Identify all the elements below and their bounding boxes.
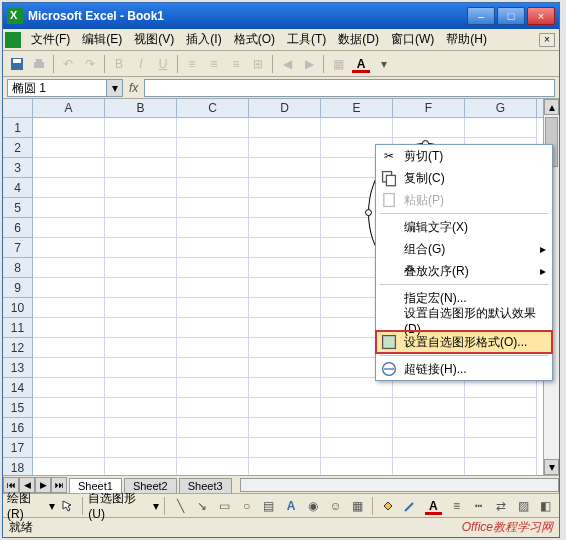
borders-icon[interactable]: ▦ bbox=[328, 54, 348, 74]
font-color-button[interactable]: A bbox=[350, 54, 372, 74]
cell[interactable] bbox=[177, 158, 249, 178]
col-header-e[interactable]: E bbox=[321, 99, 393, 117]
menu-tools[interactable]: 工具(T) bbox=[281, 29, 332, 50]
formula-bar[interactable] bbox=[144, 79, 555, 97]
cell[interactable] bbox=[249, 298, 321, 318]
textbox-icon[interactable]: ▤ bbox=[259, 496, 278, 516]
scroll-down-icon[interactable]: ▾ bbox=[544, 459, 559, 475]
cell[interactable] bbox=[105, 438, 177, 458]
cell[interactable] bbox=[465, 438, 537, 458]
cell[interactable] bbox=[249, 358, 321, 378]
cell[interactable] bbox=[393, 378, 465, 398]
cell[interactable] bbox=[321, 118, 393, 138]
menu-window[interactable]: 窗口(W) bbox=[385, 29, 440, 50]
row-header[interactable]: 9 bbox=[3, 278, 33, 298]
cm-edit-text[interactable]: 编辑文字(X) bbox=[376, 216, 552, 238]
col-header-c[interactable]: C bbox=[177, 99, 249, 117]
rectangle-icon[interactable]: ▭ bbox=[215, 496, 234, 516]
cell[interactable] bbox=[465, 458, 537, 475]
3d-icon[interactable]: ◧ bbox=[536, 496, 555, 516]
cm-format-autoshape[interactable]: 设置自选图形格式(O)... bbox=[376, 331, 552, 353]
dash-style-icon[interactable]: ┅ bbox=[469, 496, 488, 516]
row-header[interactable]: 10 bbox=[3, 298, 33, 318]
row-header[interactable]: 17 bbox=[3, 438, 33, 458]
select-all-corner[interactable] bbox=[3, 99, 33, 117]
row-header[interactable]: 14 bbox=[3, 378, 33, 398]
line-color-icon[interactable] bbox=[401, 496, 420, 516]
cell[interactable] bbox=[105, 158, 177, 178]
indent-increase-icon[interactable]: ▶ bbox=[299, 54, 319, 74]
menu-view[interactable]: 视图(V) bbox=[128, 29, 180, 50]
cell[interactable] bbox=[465, 418, 537, 438]
sheet-tab-1[interactable]: Sheet1 bbox=[69, 478, 122, 493]
cell[interactable] bbox=[249, 438, 321, 458]
cell[interactable] bbox=[465, 118, 537, 138]
name-box-dropdown-icon[interactable]: ▾ bbox=[107, 79, 123, 97]
row-header[interactable]: 18 bbox=[3, 458, 33, 475]
row-header[interactable]: 7 bbox=[3, 238, 33, 258]
cell[interactable] bbox=[33, 278, 105, 298]
bold-button[interactable]: B bbox=[109, 54, 129, 74]
picture-icon[interactable]: ▦ bbox=[348, 496, 367, 516]
cell[interactable] bbox=[249, 378, 321, 398]
sheet-tab-2[interactable]: Sheet2 bbox=[124, 478, 177, 493]
redo-icon[interactable]: ↷ bbox=[80, 54, 100, 74]
menu-help[interactable]: 帮助(H) bbox=[440, 29, 493, 50]
cell[interactable] bbox=[465, 398, 537, 418]
cm-cut[interactable]: ✂ 剪切(T) bbox=[376, 145, 552, 167]
cell[interactable] bbox=[249, 398, 321, 418]
row-header[interactable]: 6 bbox=[3, 218, 33, 238]
col-header-a[interactable]: A bbox=[33, 99, 105, 117]
cell[interactable] bbox=[177, 198, 249, 218]
cell[interactable] bbox=[105, 458, 177, 475]
cm-set-default[interactable]: 设置自选图形的默认效果(D) bbox=[376, 309, 552, 331]
row-header[interactable]: 13 bbox=[3, 358, 33, 378]
cell[interactable] bbox=[105, 278, 177, 298]
cell[interactable] bbox=[33, 318, 105, 338]
cell[interactable] bbox=[177, 218, 249, 238]
cell[interactable] bbox=[321, 458, 393, 475]
cell[interactable] bbox=[177, 378, 249, 398]
cell[interactable] bbox=[321, 378, 393, 398]
cell[interactable] bbox=[249, 258, 321, 278]
toolbar-overflow-icon[interactable]: ▾ bbox=[374, 54, 394, 74]
close-doc-button[interactable]: × bbox=[539, 33, 555, 47]
row-header[interactable]: 2 bbox=[3, 138, 33, 158]
cell[interactable] bbox=[105, 358, 177, 378]
align-right-icon[interactable]: ≡ bbox=[226, 54, 246, 74]
cell[interactable] bbox=[33, 378, 105, 398]
diagram-icon[interactable]: ◉ bbox=[304, 496, 323, 516]
minimize-button[interactable]: – bbox=[467, 7, 495, 25]
undo-icon[interactable]: ↶ bbox=[58, 54, 78, 74]
cell[interactable] bbox=[33, 138, 105, 158]
cell[interactable] bbox=[33, 118, 105, 138]
tab-nav-last-icon[interactable]: ⏭ bbox=[51, 477, 67, 493]
maximize-button[interactable]: □ bbox=[497, 7, 525, 25]
name-box[interactable]: 椭圆 1 bbox=[7, 79, 107, 97]
cell[interactable] bbox=[393, 118, 465, 138]
autoshapes-menu[interactable]: 自选图形(U) bbox=[88, 490, 150, 521]
cell[interactable] bbox=[105, 378, 177, 398]
cm-paste[interactable]: 粘贴(P) bbox=[376, 189, 552, 211]
cell[interactable] bbox=[105, 138, 177, 158]
cell[interactable] bbox=[249, 118, 321, 138]
cell[interactable] bbox=[249, 178, 321, 198]
cell[interactable] bbox=[249, 138, 321, 158]
cell[interactable] bbox=[249, 418, 321, 438]
italic-button[interactable]: I bbox=[131, 54, 151, 74]
scroll-up-icon[interactable]: ▴ bbox=[544, 99, 559, 115]
cell[interactable] bbox=[177, 438, 249, 458]
row-header[interactable]: 1 bbox=[3, 118, 33, 138]
cell[interactable] bbox=[105, 298, 177, 318]
cell[interactable] bbox=[33, 178, 105, 198]
menu-insert[interactable]: 插入(I) bbox=[180, 29, 227, 50]
oval-icon[interactable]: ○ bbox=[237, 496, 256, 516]
cell[interactable] bbox=[177, 358, 249, 378]
cell[interactable] bbox=[177, 458, 249, 475]
align-left-icon[interactable]: ≡ bbox=[182, 54, 202, 74]
cell[interactable] bbox=[249, 198, 321, 218]
cell[interactable] bbox=[249, 338, 321, 358]
cell[interactable] bbox=[33, 298, 105, 318]
indent-decrease-icon[interactable]: ◀ bbox=[277, 54, 297, 74]
arrow-icon[interactable]: ↘ bbox=[193, 496, 212, 516]
